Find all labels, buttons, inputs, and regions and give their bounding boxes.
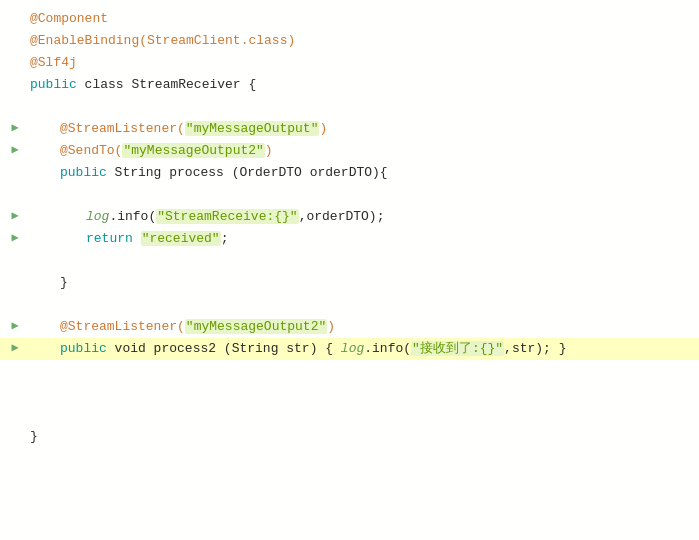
annotation-keyword: ) bbox=[265, 143, 273, 158]
line-gutter: ▶ bbox=[0, 207, 30, 226]
code-line: ▶log.info("StreamReceive:{}",orderDTO); bbox=[0, 206, 699, 228]
code-text bbox=[133, 231, 141, 246]
code-line: ▶@StreamListener("myMessageOutput") bbox=[0, 118, 699, 140]
code-line: ▶@SendTo("myMessageOutput2") bbox=[0, 140, 699, 162]
code-line bbox=[0, 250, 699, 272]
code-text: class StreamReceiver { bbox=[77, 77, 256, 92]
annotation-keyword: ) bbox=[319, 121, 327, 136]
highlighted-string: "myMessageOutput2" bbox=[122, 143, 264, 158]
line-content: log.info("StreamReceive:{}",orderDTO); bbox=[30, 207, 699, 228]
line-gutter: ▶ bbox=[0, 141, 30, 160]
line-content: @Slf4j bbox=[30, 53, 699, 74]
code-line bbox=[0, 382, 699, 404]
line-gutter: ▶ bbox=[0, 317, 30, 336]
code-line: public class StreamReceiver { bbox=[0, 74, 699, 96]
highlighted-string: "myMessageOutput2" bbox=[185, 319, 327, 334]
code-line: ▶@StreamListener("myMessageOutput2") bbox=[0, 316, 699, 338]
highlighted-string: "received" bbox=[141, 231, 221, 246]
code-line: @Component bbox=[0, 8, 699, 30]
code-text: ,orderDTO); bbox=[299, 209, 385, 224]
keyword: public bbox=[60, 341, 107, 356]
code-text: ,str); } bbox=[504, 341, 566, 356]
keyword: public bbox=[30, 77, 77, 92]
code-text: void process2 (String str) { bbox=[107, 341, 341, 356]
line-content: public class StreamReceiver { bbox=[30, 75, 699, 96]
annotation-keyword: @SendTo( bbox=[60, 143, 122, 158]
code-line: public String process (OrderDTO orderDTO… bbox=[0, 162, 699, 184]
line-content: public String process (OrderDTO orderDTO… bbox=[30, 163, 699, 184]
code-text: ; bbox=[221, 231, 229, 246]
annotation-keyword: @StreamListener( bbox=[60, 319, 185, 334]
code-line: ▶public void process2 (String str) { log… bbox=[0, 338, 699, 360]
annotation-keyword: @EnableBinding(StreamClient. bbox=[30, 33, 248, 48]
keyword: return bbox=[86, 231, 133, 246]
highlighted-string: "StreamReceive:{}" bbox=[156, 209, 298, 224]
code-line bbox=[0, 404, 699, 426]
annotation-keyword: ) bbox=[327, 319, 335, 334]
annotation-keyword: @Component bbox=[30, 11, 108, 26]
highlighted-string: "接收到了:{}" bbox=[411, 341, 504, 356]
code-line: ▶return "received"; bbox=[0, 228, 699, 250]
line-content: @StreamListener("myMessageOutput") bbox=[30, 119, 699, 140]
line-content: @EnableBinding(StreamClient.class) bbox=[30, 31, 699, 52]
log-identifier: log bbox=[86, 209, 109, 224]
code-line bbox=[0, 360, 699, 382]
keyword: public bbox=[60, 165, 107, 180]
code-line bbox=[0, 184, 699, 206]
code-text: } bbox=[30, 429, 38, 444]
line-gutter: ▶ bbox=[0, 229, 30, 248]
code-text: .info( bbox=[109, 209, 156, 224]
line-gutter: ▶ bbox=[0, 119, 30, 138]
line-content: return "received"; bbox=[30, 229, 699, 250]
code-line bbox=[0, 96, 699, 118]
code-text: String process (OrderDTO orderDTO){ bbox=[107, 165, 388, 180]
line-content: @StreamListener("myMessageOutput2") bbox=[30, 317, 699, 338]
log-identifier: log bbox=[341, 341, 364, 356]
annotation-keyword: @Slf4j bbox=[30, 55, 77, 70]
code-line: } bbox=[0, 272, 699, 294]
line-content: @Component bbox=[30, 9, 699, 30]
code-line: } bbox=[0, 426, 699, 448]
code-line bbox=[0, 294, 699, 316]
code-line: @Slf4j bbox=[0, 52, 699, 74]
highlighted-string: "myMessageOutput" bbox=[185, 121, 320, 136]
line-content: } bbox=[30, 427, 699, 448]
code-line: @EnableBinding(StreamClient.class) bbox=[0, 30, 699, 52]
code-editor: @Component@EnableBinding(StreamClient.cl… bbox=[0, 0, 699, 540]
code-text: .info( bbox=[364, 341, 411, 356]
line-content: } bbox=[30, 273, 699, 294]
annotation-keyword: class bbox=[248, 33, 287, 48]
annotation-keyword: ) bbox=[287, 33, 295, 48]
line-content: public void process2 (String str) { log.… bbox=[30, 339, 699, 360]
annotation-keyword: @StreamListener( bbox=[60, 121, 185, 136]
line-gutter: ▶ bbox=[0, 339, 30, 358]
line-content: @SendTo("myMessageOutput2") bbox=[30, 141, 699, 162]
code-text: } bbox=[60, 275, 68, 290]
